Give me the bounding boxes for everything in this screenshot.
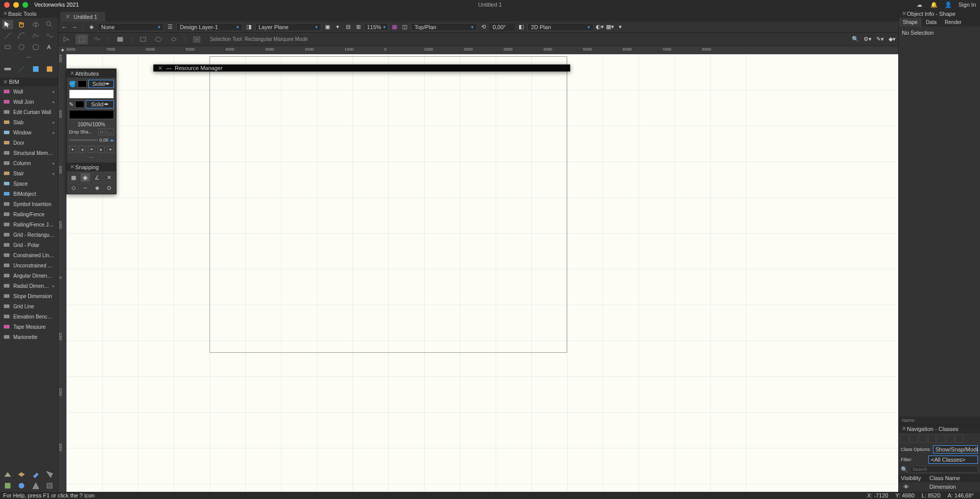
- layers-icon[interactable]: ☰: [166, 23, 174, 31]
- drop-shadow-toggle[interactable]: □: [98, 128, 105, 135]
- snap-angle[interactable]: ∠: [92, 173, 102, 182]
- nav-classes-icon[interactable]: [900, 435, 908, 443]
- render-dropdown[interactable]: 2D Plan: [527, 23, 594, 31]
- bim-item-wall-join[interactable]: Wall Join▸: [0, 97, 58, 107]
- bim-item-grid-line[interactable]: Grid Line: [0, 301, 58, 311]
- nav-layers-icon[interactable]: [909, 435, 918, 443]
- special-tool-3[interactable]: [30, 64, 41, 74]
- bim-item-tape-measure[interactable]: Tape Measure: [0, 322, 58, 332]
- polygon-tool[interactable]: [30, 42, 41, 52]
- fill-color-swatch[interactable]: [78, 80, 87, 87]
- bim-item-radial-dimension[interactable]: Radial Dimension▸: [0, 281, 58, 291]
- special-tool-1[interactable]: [2, 64, 13, 74]
- render-icon[interactable]: ◧: [517, 23, 525, 31]
- attributes-palette[interactable]: ✕ Attributes 🪣 Solid ◂▸ ✎ Solid ◂▸: [66, 69, 116, 194]
- bottom-tool-6[interactable]: [16, 481, 27, 490]
- class-row[interactable]: 👁Dimension: [899, 483, 980, 490]
- brush-icon[interactable]: ✎▾: [876, 35, 884, 43]
- layer-dropdown[interactable]: Design Layer-1: [176, 23, 243, 31]
- classname-header[interactable]: Class Name: [929, 475, 978, 481]
- pan-tool[interactable]: [16, 20, 27, 29]
- bim-item-slope-dimension[interactable]: Slope Dimension: [0, 291, 58, 301]
- bim-item-column[interactable]: Column▸: [0, 158, 58, 168]
- ruler-origin[interactable]: ✦: [58, 46, 66, 54]
- nav-references-icon[interactable]: [946, 435, 954, 443]
- zoom-in-icon[interactable]: ⊞: [354, 23, 362, 31]
- bim-item-slab[interactable]: Slab▸: [0, 117, 58, 127]
- fill-preview[interactable]: [69, 89, 114, 99]
- bim-item-wall[interactable]: Wall▸: [0, 86, 58, 97]
- bim-item-elevation-benchma-[interactable]: Elevation Benchma...: [0, 311, 58, 322]
- extra-icon-3[interactable]: ▾: [616, 23, 624, 31]
- fill-bucket-icon[interactable]: 🪣: [69, 81, 76, 87]
- sel-mode-2[interactable]: [76, 34, 88, 44]
- opacity-value[interactable]: 100%/100%: [69, 121, 114, 128]
- nav-back-icon[interactable]: ←: [60, 23, 68, 31]
- line-weight-value[interactable]: 0,05: [99, 138, 108, 143]
- snap-edge[interactable]: ◈: [92, 183, 102, 192]
- visibility-header[interactable]: Visibility: [901, 475, 929, 481]
- bim-item-edit-curtain-wall[interactable]: Edit Curtain Wall: [0, 107, 58, 117]
- zoom-value[interactable]: 115%: [364, 23, 388, 31]
- bottom-tool-8[interactable]: [44, 481, 55, 490]
- oi-tab-shape[interactable]: Shape: [899, 18, 922, 27]
- marker-end[interactable]: ▾: [107, 146, 114, 153]
- circle-tool[interactable]: [16, 42, 27, 52]
- bottom-tool-5[interactable]: [2, 481, 13, 490]
- bim-item-grid-rectangular[interactable]: Grid - Rectangular: [0, 230, 58, 240]
- polyline-tool[interactable]: [30, 31, 41, 40]
- line-weight-slider[interactable]: [69, 139, 98, 141]
- bottom-tool-7[interactable]: [30, 481, 41, 490]
- flyover-tool[interactable]: [30, 20, 41, 29]
- bim-item-structural-member[interactable]: Structural Member: [0, 148, 58, 158]
- class-search-input[interactable]: [910, 466, 978, 473]
- close-icon[interactable]: ✕: [3, 79, 8, 85]
- nav-fwd-icon[interactable]: →: [71, 23, 79, 31]
- drop-shadow-opts[interactable]: …: [107, 128, 114, 135]
- bim-item-stair[interactable]: Stair▸: [0, 168, 58, 178]
- class-icon[interactable]: ◈: [87, 23, 96, 31]
- window-close[interactable]: [4, 2, 10, 8]
- document-tab[interactable]: ✕ Untitled 1: [60, 12, 105, 21]
- close-icon[interactable]: ✕: [158, 65, 163, 72]
- bim-item-window[interactable]: Window▸: [0, 127, 58, 138]
- line-tool[interactable]: [2, 31, 13, 40]
- bim-item-symbol-insertion[interactable]: Symbol Insertion: [0, 199, 58, 209]
- snap-distance[interactable]: ↔: [80, 183, 90, 192]
- snap-smart[interactable]: ◇: [68, 183, 79, 192]
- bim-item-grid-polar[interactable]: Grid - Polar: [0, 240, 58, 250]
- bim-item-marionette[interactable]: Marionette: [0, 332, 58, 342]
- fit-icon[interactable]: ▣: [323, 23, 332, 31]
- sel-prefs[interactable]: [191, 34, 203, 44]
- marker-start[interactable]: ▾: [69, 146, 76, 153]
- plane-dropdown[interactable]: Layer Plane: [255, 23, 321, 31]
- filter-dropdown[interactable]: <All Classes>: [928, 456, 978, 464]
- special-tool-2[interactable]: [16, 64, 27, 74]
- nav-extra-icon[interactable]: [955, 435, 964, 443]
- bim-item-constrained-linear-[interactable]: Constrained Linear...: [0, 250, 58, 260]
- view-dropdown[interactable]: Top/Plan: [411, 23, 477, 31]
- window-zoom[interactable]: [22, 2, 28, 8]
- sel-mode-6[interactable]: [152, 34, 165, 44]
- bottom-tool-4[interactable]: [44, 470, 55, 479]
- selection-tool[interactable]: [2, 20, 13, 29]
- bim-item-angular-dimension[interactable]: Angular Dimension: [0, 270, 58, 281]
- signin-link[interactable]: Sign In: [959, 2, 976, 8]
- snap-grid[interactable]: ▦: [68, 173, 79, 182]
- class-options-dropdown[interactable]: Show/Snap/Modify O...: [933, 445, 978, 453]
- bim-item-bimobject[interactable]: BIMobject: [0, 189, 58, 199]
- resource-manager-palette[interactable]: ✕ — Resource Manager: [153, 64, 570, 72]
- snap-object[interactable]: ◉: [80, 173, 90, 182]
- drawing-canvas[interactable]: [66, 54, 898, 499]
- arc-tool[interactable]: [16, 31, 27, 40]
- marker-next[interactable]: ▸: [98, 146, 105, 153]
- bim-item-door[interactable]: Door: [0, 138, 58, 148]
- cube-icon[interactable]: ◫: [401, 23, 409, 31]
- sel-mode-4[interactable]: [114, 34, 126, 44]
- user-icon[interactable]: 👤: [944, 1, 952, 9]
- cloud-icon[interactable]: ☁: [916, 1, 924, 9]
- close-icon[interactable]: ✕: [902, 10, 907, 17]
- bim-item-unconstrained-lin-[interactable]: Unconstrained Lin...: [0, 260, 58, 270]
- shapes-icon[interactable]: ◆▾: [888, 35, 896, 43]
- bottom-tool-2[interactable]: [16, 470, 27, 479]
